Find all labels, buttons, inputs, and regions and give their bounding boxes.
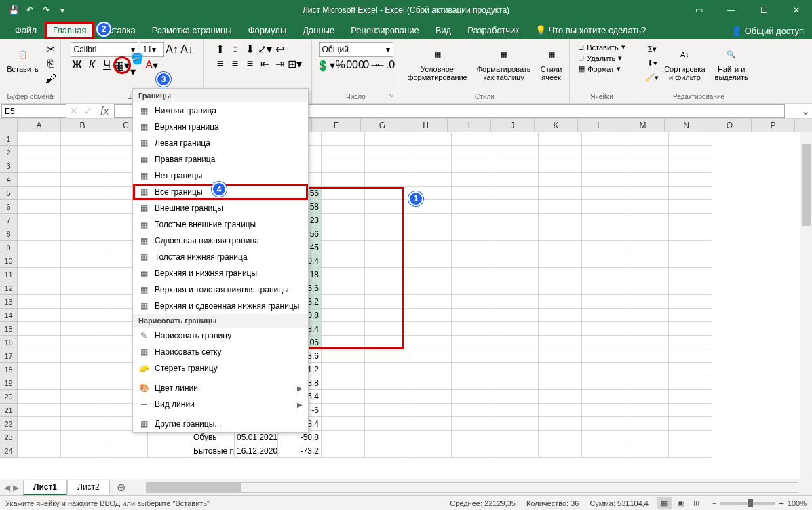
borders-button[interactable]: ▦▾ [115, 58, 129, 72]
cell[interactable] [582, 187, 625, 200]
cell[interactable] [322, 159, 365, 173]
cell[interactable] [408, 336, 452, 349]
cell[interactable] [61, 254, 104, 268]
cell[interactable] [61, 200, 104, 214]
cell[interactable] [18, 431, 61, 444]
zoom-value[interactable]: 100% [788, 499, 807, 507]
cell[interactable] [408, 376, 452, 390]
cell[interactable] [18, 417, 61, 431]
share-button[interactable]: 👤 Общий доступ [723, 22, 812, 39]
cell[interactable] [322, 254, 365, 268]
border-option[interactable]: ▦Верхняя и толстая нижняя границы [133, 281, 308, 298]
view-normal-button[interactable]: ▦ [657, 497, 672, 509]
cell[interactable] [408, 309, 452, 322]
cell[interactable] [322, 214, 365, 227]
zoom-slider[interactable] [720, 502, 775, 505]
cell[interactable] [669, 159, 712, 173]
cell[interactable] [322, 295, 365, 309]
ribbon-display-options[interactable]: ▭ [683, 0, 714, 20]
cell[interactable] [18, 349, 61, 363]
cell[interactable] [539, 268, 582, 281]
italic-button[interactable]: К [85, 58, 99, 72]
cell[interactable] [495, 268, 539, 281]
copy-button[interactable]: ⎘ [44, 57, 58, 71]
cell[interactable] [61, 404, 104, 417]
cell[interactable] [322, 281, 365, 295]
percent-button[interactable]: % [334, 58, 347, 72]
cell[interactable] [365, 241, 408, 254]
cell[interactable] [495, 349, 539, 363]
row-header[interactable]: 11 [0, 268, 18, 281]
cell[interactable] [495, 390, 539, 404]
cell[interactable] [18, 132, 61, 146]
cell[interactable] [18, 173, 61, 187]
tab-page-layout[interactable]: Разметка страницы [144, 22, 240, 39]
cell[interactable] [408, 227, 452, 241]
cell[interactable] [539, 214, 582, 227]
tab-view[interactable]: Вид [427, 22, 460, 39]
window-maximize[interactable]: ☐ [748, 0, 779, 20]
row-header[interactable]: 9 [0, 241, 18, 254]
cell[interactable] [625, 295, 669, 309]
cell[interactable] [322, 241, 365, 254]
row-header[interactable]: 2 [0, 146, 18, 159]
cell[interactable] [18, 404, 61, 417]
cell[interactable] [625, 363, 669, 376]
fill-button[interactable]: ⬇▾ [645, 56, 659, 70]
cell[interactable] [61, 309, 104, 322]
col-header[interactable]: G [361, 119, 404, 132]
cell[interactable] [365, 376, 408, 390]
orientation-button[interactable]: ⤢▾ [258, 42, 272, 56]
font-color-button[interactable]: A▾ [145, 58, 159, 72]
cell[interactable] [322, 390, 365, 404]
cell[interactable] [625, 390, 669, 404]
cell[interactable] [18, 227, 61, 241]
cell[interactable] [669, 376, 712, 390]
cell[interactable] [582, 309, 625, 322]
row-header[interactable]: 23 [0, 431, 18, 444]
cell[interactable] [625, 404, 669, 417]
cell[interactable] [365, 404, 408, 417]
tab-data[interactable]: Данные [294, 22, 343, 39]
cell[interactable] [408, 132, 452, 146]
cell[interactable] [18, 281, 61, 295]
cell[interactable] [322, 200, 365, 214]
cell[interactable] [625, 241, 669, 254]
cell[interactable] [669, 295, 712, 309]
cancel-formula-icon[interactable]: ✕ [66, 104, 81, 117]
tab-developer[interactable]: Разработчик [459, 22, 527, 39]
cell[interactable] [495, 159, 539, 173]
border-option[interactable]: ▦Верхняя граница [133, 119, 308, 135]
row-header[interactable]: 5 [0, 187, 18, 200]
cell[interactable] [495, 173, 539, 187]
cell[interactable] [61, 281, 104, 295]
view-page-layout-button[interactable]: ▣ [673, 497, 688, 509]
cell[interactable] [625, 336, 669, 349]
conditional-formatting-button[interactable]: ▦ Условное форматирование [403, 42, 471, 83]
cell[interactable] [322, 363, 365, 376]
col-header[interactable]: H [404, 119, 448, 132]
cell[interactable] [452, 173, 495, 187]
tab-review[interactable]: Рецензирование [343, 22, 427, 39]
sheet-tab[interactable]: Лист2 [67, 480, 110, 494]
qat-redo[interactable]: ↷ [39, 3, 53, 17]
cell[interactable] [408, 146, 452, 159]
col-header[interactable]: O [708, 119, 752, 132]
cell[interactable] [408, 268, 452, 281]
cell[interactable] [539, 376, 582, 390]
cell[interactable] [104, 444, 148, 458]
cell[interactable] [365, 281, 408, 295]
col-header[interactable]: L [578, 119, 621, 132]
cell[interactable] [365, 132, 408, 146]
col-header[interactable]: M [621, 119, 665, 132]
cell[interactable] [61, 431, 104, 444]
cell[interactable] [18, 200, 61, 214]
cell[interactable] [408, 363, 452, 376]
cell[interactable] [582, 241, 625, 254]
cell[interactable] [669, 214, 712, 227]
border-option[interactable]: ▦Правая граница [133, 151, 308, 168]
cell[interactable] [539, 146, 582, 159]
border-draw-option[interactable]: ▦Нарисовать сетку [133, 344, 308, 360]
cell[interactable] [452, 281, 495, 295]
cell[interactable] [669, 146, 712, 159]
